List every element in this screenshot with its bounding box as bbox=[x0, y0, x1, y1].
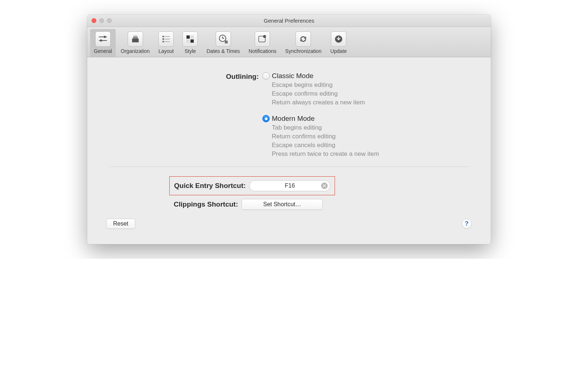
svg-point-3 bbox=[100, 39, 102, 42]
svg-rect-8 bbox=[165, 36, 170, 37]
window-title: General Preferences bbox=[87, 18, 491, 24]
window-controls bbox=[87, 18, 112, 23]
set-clippings-shortcut-button[interactable]: Set Shortcut… bbox=[242, 199, 323, 210]
clippings-row: Clippings Shortcut: Set Shortcut… bbox=[174, 199, 480, 210]
modern-desc-4: Press return twice to create a new item bbox=[272, 150, 480, 158]
organization-icon bbox=[128, 31, 143, 47]
tab-dates-times[interactable]: Dates & Times bbox=[203, 29, 243, 57]
classic-desc-2: Escape confirms editing bbox=[272, 89, 480, 98]
tab-style[interactable]: Style bbox=[179, 29, 201, 57]
outlining-section: Outlining: Classic Mode Escape begins ed… bbox=[98, 72, 480, 158]
layout-icon bbox=[158, 31, 174, 47]
svg-rect-7 bbox=[162, 36, 164, 37]
tab-label: General bbox=[94, 48, 112, 54]
svg-rect-6 bbox=[134, 35, 137, 37]
clear-shortcut-button[interactable] bbox=[321, 182, 328, 189]
radio-label: Modern Mode bbox=[272, 115, 315, 123]
preferences-window: General Preferences General bbox=[87, 15, 491, 244]
minimize-button[interactable] bbox=[99, 18, 104, 23]
svg-rect-15 bbox=[186, 39, 190, 43]
outlining-label: Outlining: bbox=[98, 72, 262, 81]
preferences-toolbar: General Organization bbox=[87, 27, 491, 57]
radio-checked-icon bbox=[262, 115, 270, 122]
tab-label: Dates & Times bbox=[207, 48, 240, 54]
classic-desc-1: Escape begins editing bbox=[272, 81, 480, 89]
divider bbox=[109, 166, 469, 167]
quick-entry-label: Quick Entry Shortcut: bbox=[174, 182, 246, 190]
content-area: Outlining: Classic Mode Escape begins ed… bbox=[87, 57, 491, 244]
tab-label: Notifications bbox=[248, 48, 276, 54]
titlebar: General Preferences bbox=[87, 15, 491, 27]
tab-update[interactable]: Update bbox=[327, 29, 350, 57]
svg-point-1 bbox=[104, 36, 106, 38]
svg-rect-11 bbox=[162, 41, 164, 42]
footer: Reset ? bbox=[98, 210, 480, 237]
tab-label: Organization bbox=[121, 48, 150, 54]
modern-desc-2: Return confirms editing bbox=[272, 132, 480, 141]
quick-entry-highlight: Quick Entry Shortcut: F16 bbox=[169, 176, 335, 195]
svg-rect-4 bbox=[132, 39, 139, 42]
svg-rect-20 bbox=[225, 41, 228, 43]
svg-rect-16 bbox=[190, 39, 194, 43]
sync-icon bbox=[296, 31, 311, 47]
tab-label: Synchronization bbox=[285, 48, 322, 54]
radio-unchecked-icon bbox=[262, 72, 270, 80]
tab-general[interactable]: General bbox=[90, 29, 116, 57]
button-label: Set Shortcut… bbox=[263, 201, 301, 208]
modern-desc-1: Tab begins editing bbox=[272, 123, 480, 132]
tab-label: Update bbox=[330, 48, 347, 54]
svg-rect-14 bbox=[190, 35, 194, 39]
modern-desc-3: Escape cancels editing bbox=[272, 141, 480, 150]
classic-desc-3: Return always creates a new item bbox=[272, 98, 480, 107]
button-label: Reset bbox=[113, 220, 128, 227]
svg-rect-5 bbox=[133, 37, 138, 39]
general-icon bbox=[95, 31, 111, 47]
tab-synchronization[interactable]: Synchronization bbox=[282, 29, 325, 57]
shortcut-value: F16 bbox=[285, 182, 295, 189]
notifications-icon bbox=[255, 31, 270, 47]
radio-label: Classic Mode bbox=[272, 72, 313, 80]
tab-label: Style bbox=[185, 48, 196, 54]
tab-label: Layout bbox=[158, 48, 174, 54]
help-icon: ? bbox=[465, 220, 469, 227]
radio-classic-mode[interactable]: Classic Mode bbox=[262, 72, 480, 80]
reset-button[interactable]: Reset bbox=[106, 219, 135, 229]
style-icon bbox=[182, 31, 198, 47]
svg-rect-13 bbox=[186, 35, 190, 39]
tab-layout[interactable]: Layout bbox=[155, 29, 177, 57]
tab-organization[interactable]: Organization bbox=[117, 29, 153, 57]
tab-notifications[interactable]: Notifications bbox=[245, 29, 280, 57]
quick-entry-shortcut-field[interactable]: F16 bbox=[249, 180, 330, 191]
radio-modern-mode[interactable]: Modern Mode bbox=[262, 115, 480, 123]
close-button[interactable] bbox=[92, 18, 96, 23]
clock-icon bbox=[216, 31, 231, 47]
svg-rect-9 bbox=[162, 38, 164, 40]
svg-rect-10 bbox=[165, 39, 170, 39]
zoom-button[interactable] bbox=[107, 18, 112, 23]
help-button[interactable]: ? bbox=[462, 219, 472, 229]
svg-point-22 bbox=[263, 35, 266, 38]
clippings-label: Clippings Shortcut: bbox=[174, 200, 238, 208]
svg-rect-12 bbox=[165, 41, 170, 42]
update-icon bbox=[331, 31, 346, 47]
